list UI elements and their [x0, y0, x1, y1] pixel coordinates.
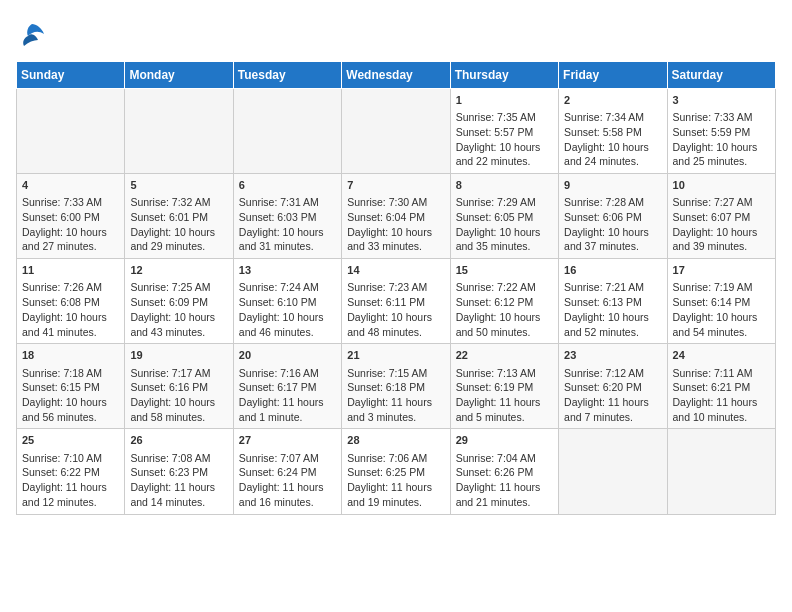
cell-text-line: and 31 minutes.	[239, 239, 336, 254]
cell-text-line: Sunrise: 7:19 AM	[673, 280, 770, 295]
calendar-cell: 12Sunrise: 7:25 AMSunset: 6:09 PMDayligh…	[125, 259, 233, 344]
cell-text-line: Daylight: 10 hours	[130, 395, 227, 410]
calendar-cell: 26Sunrise: 7:08 AMSunset: 6:23 PMDayligh…	[125, 429, 233, 514]
cell-text-line: Sunrise: 7:35 AM	[456, 110, 553, 125]
cell-text-line: Sunrise: 7:21 AM	[564, 280, 661, 295]
calendar-cell: 3Sunrise: 7:33 AMSunset: 5:59 PMDaylight…	[667, 88, 775, 173]
cell-text-line: Sunset: 6:24 PM	[239, 465, 336, 480]
cell-text-line: Daylight: 11 hours	[673, 395, 770, 410]
calendar-cell: 7Sunrise: 7:30 AMSunset: 6:04 PMDaylight…	[342, 173, 450, 258]
cell-text-line: Sunrise: 7:31 AM	[239, 195, 336, 210]
day-number: 21	[347, 348, 444, 363]
cell-text-line: and 25 minutes.	[673, 154, 770, 169]
calendar-cell: 8Sunrise: 7:29 AMSunset: 6:05 PMDaylight…	[450, 173, 558, 258]
cell-text-line: Sunset: 6:19 PM	[456, 380, 553, 395]
cell-text-line: and 10 minutes.	[673, 410, 770, 425]
day-number: 18	[22, 348, 119, 363]
day-header-thursday: Thursday	[450, 61, 558, 88]
cell-text-line: Sunrise: 7:12 AM	[564, 366, 661, 381]
calendar-cell	[233, 88, 341, 173]
day-number: 29	[456, 433, 553, 448]
cell-text-line: Sunrise: 7:15 AM	[347, 366, 444, 381]
cell-text-line: Daylight: 10 hours	[564, 140, 661, 155]
calendar-cell: 29Sunrise: 7:04 AMSunset: 6:26 PMDayligh…	[450, 429, 558, 514]
cell-text-line: Sunset: 6:12 PM	[456, 295, 553, 310]
cell-text-line: Daylight: 11 hours	[239, 480, 336, 495]
day-number: 13	[239, 263, 336, 278]
day-number: 14	[347, 263, 444, 278]
cell-text-line: Sunset: 6:06 PM	[564, 210, 661, 225]
cell-text-line: Sunrise: 7:29 AM	[456, 195, 553, 210]
cell-text-line: Daylight: 11 hours	[347, 395, 444, 410]
cell-text-line: and 7 minutes.	[564, 410, 661, 425]
cell-text-line: and 22 minutes.	[456, 154, 553, 169]
cell-text-line: Daylight: 10 hours	[456, 310, 553, 325]
cell-text-line: Daylight: 10 hours	[673, 310, 770, 325]
day-number: 6	[239, 178, 336, 193]
cell-text-line: Sunset: 6:10 PM	[239, 295, 336, 310]
cell-text-line: Sunrise: 7:06 AM	[347, 451, 444, 466]
cell-text-line: Sunset: 6:07 PM	[673, 210, 770, 225]
calendar-cell: 19Sunrise: 7:17 AMSunset: 6:16 PMDayligh…	[125, 344, 233, 429]
calendar-week-5: 25Sunrise: 7:10 AMSunset: 6:22 PMDayligh…	[17, 429, 776, 514]
cell-text-line: Daylight: 11 hours	[239, 395, 336, 410]
day-number: 4	[22, 178, 119, 193]
cell-text-line: Sunset: 6:18 PM	[347, 380, 444, 395]
cell-text-line: Daylight: 11 hours	[456, 480, 553, 495]
calendar-week-4: 18Sunrise: 7:18 AMSunset: 6:15 PMDayligh…	[17, 344, 776, 429]
calendar-cell: 15Sunrise: 7:22 AMSunset: 6:12 PMDayligh…	[450, 259, 558, 344]
cell-text-line: Sunrise: 7:04 AM	[456, 451, 553, 466]
cell-text-line: Sunset: 6:16 PM	[130, 380, 227, 395]
calendar-cell	[125, 88, 233, 173]
cell-text-line: Sunrise: 7:28 AM	[564, 195, 661, 210]
day-number: 12	[130, 263, 227, 278]
cell-text-line: and 37 minutes.	[564, 239, 661, 254]
cell-text-line: Daylight: 10 hours	[673, 225, 770, 240]
calendar-cell: 20Sunrise: 7:16 AMSunset: 6:17 PMDayligh…	[233, 344, 341, 429]
cell-text-line: and 33 minutes.	[347, 239, 444, 254]
cell-text-line: and 56 minutes.	[22, 410, 119, 425]
cell-text-line: Sunset: 6:04 PM	[347, 210, 444, 225]
day-number: 28	[347, 433, 444, 448]
cell-text-line: Daylight: 10 hours	[22, 225, 119, 240]
cell-text-line: Sunrise: 7:34 AM	[564, 110, 661, 125]
calendar-cell: 28Sunrise: 7:06 AMSunset: 6:25 PMDayligh…	[342, 429, 450, 514]
cell-text-line: Sunset: 6:26 PM	[456, 465, 553, 480]
day-header-friday: Friday	[559, 61, 667, 88]
day-number: 3	[673, 93, 770, 108]
cell-text-line: Sunrise: 7:24 AM	[239, 280, 336, 295]
cell-text-line: Daylight: 11 hours	[347, 480, 444, 495]
calendar-cell: 2Sunrise: 7:34 AMSunset: 5:58 PMDaylight…	[559, 88, 667, 173]
cell-text-line: Sunset: 6:11 PM	[347, 295, 444, 310]
cell-text-line: Sunrise: 7:30 AM	[347, 195, 444, 210]
logo	[16, 20, 46, 53]
day-number: 11	[22, 263, 119, 278]
day-number: 9	[564, 178, 661, 193]
day-number: 26	[130, 433, 227, 448]
cell-text-line: Daylight: 10 hours	[130, 225, 227, 240]
cell-text-line: Daylight: 10 hours	[347, 225, 444, 240]
cell-text-line: Sunset: 6:03 PM	[239, 210, 336, 225]
cell-text-line: Sunset: 6:25 PM	[347, 465, 444, 480]
cell-text-line: Sunset: 6:09 PM	[130, 295, 227, 310]
cell-text-line: Daylight: 10 hours	[130, 310, 227, 325]
day-number: 16	[564, 263, 661, 278]
day-number: 1	[456, 93, 553, 108]
calendar-cell	[342, 88, 450, 173]
cell-text-line: and 43 minutes.	[130, 325, 227, 340]
cell-text-line: Sunrise: 7:22 AM	[456, 280, 553, 295]
cell-text-line: and 12 minutes.	[22, 495, 119, 510]
cell-text-line: and 52 minutes.	[564, 325, 661, 340]
cell-text-line: Sunrise: 7:13 AM	[456, 366, 553, 381]
logo-bird-icon	[18, 20, 46, 48]
cell-text-line: Sunset: 5:57 PM	[456, 125, 553, 140]
cell-text-line: Sunrise: 7:27 AM	[673, 195, 770, 210]
calendar-body: 1Sunrise: 7:35 AMSunset: 5:57 PMDaylight…	[17, 88, 776, 514]
cell-text-line: Sunrise: 7:32 AM	[130, 195, 227, 210]
calendar-cell: 9Sunrise: 7:28 AMSunset: 6:06 PMDaylight…	[559, 173, 667, 258]
day-number: 25	[22, 433, 119, 448]
cell-text-line: and 41 minutes.	[22, 325, 119, 340]
cell-text-line: Sunrise: 7:18 AM	[22, 366, 119, 381]
cell-text-line: Daylight: 10 hours	[456, 225, 553, 240]
cell-text-line: Daylight: 10 hours	[239, 225, 336, 240]
